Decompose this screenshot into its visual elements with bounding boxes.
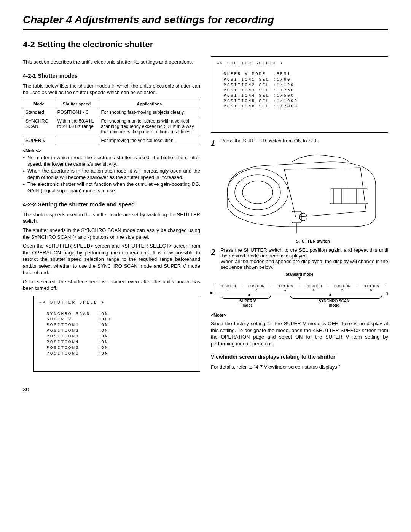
step-number-icon: 1 xyxy=(211,138,219,148)
modes-intro: The table below lists the shutter modes … xyxy=(23,83,200,96)
shutter-modes-table: Mode Shutter speed Applications Standard… xyxy=(23,100,200,145)
menu-line: SUPER V MODE :FRM1 xyxy=(224,72,291,76)
intro-text: This section describes the unit's electr… xyxy=(23,59,200,66)
pos-label: POSITION 4 xyxy=(306,284,322,292)
note-label: <Note> xyxy=(211,313,388,318)
menu-title: →< SHUTTER SPEED > xyxy=(39,300,105,305)
viewfinder-heading: Viewfinder screen displays relating to t… xyxy=(211,354,388,360)
menu-line: POSITION5 :ON xyxy=(46,345,108,350)
menu-line: POSITION3 SEL :1/250 xyxy=(224,88,295,93)
p-422-1: The shutter speeds used in the shutter m… xyxy=(23,211,200,225)
table-row: SUPER V For improving the vertical resol… xyxy=(23,136,200,145)
synchro-mode-label: SYNCHRO SCAN mode ◀ xyxy=(282,296,386,304)
th-app: Applications xyxy=(99,100,200,108)
menu-line: POSITION5 SEL :1/1000 xyxy=(224,99,298,103)
camera-svg xyxy=(211,150,388,238)
cell: For shooting monitor screens with a vert… xyxy=(99,117,200,136)
seq-pos-6: POSITION 6 xyxy=(357,284,386,294)
section-title: 4-2 Setting the electronic shutter xyxy=(23,40,388,50)
left-column: This section describes the unit's electr… xyxy=(23,56,200,375)
th-mode: Mode xyxy=(23,100,55,108)
pos-label: POSITION 1 xyxy=(220,284,236,292)
shutter-switch-label: SHUTTER switch xyxy=(237,239,388,243)
seq-pos-3: POSITION 3→ xyxy=(271,284,299,294)
loop-line-icon: ┐ xyxy=(386,291,389,295)
step-2: 2 Press the SHUTTER switch to the SEL po… xyxy=(211,247,388,270)
menu-line: POSITION1 SEL :1/60 xyxy=(224,77,291,82)
page-number: 30 xyxy=(23,386,388,393)
cell: Standard xyxy=(23,108,55,117)
svg-point-0 xyxy=(227,169,288,216)
camera-illustration xyxy=(211,150,388,238)
step-1: 1 Press the SHUTTER switch from ON to SE… xyxy=(211,138,388,148)
cell: SYNCHRO SCAN xyxy=(23,117,55,136)
shutter-select-menu: →< SHUTTER SELECT > SUPER V MODE :FRM1 P… xyxy=(211,56,388,133)
superv-mode-label: SUPER V mode ◀ xyxy=(213,296,282,304)
chapter-title: Chapter 4 Adjustments and settings for r… xyxy=(23,14,388,26)
step-2a: Press the SHUTTER switch to the SEL posi… xyxy=(221,247,388,259)
right-column: →< SHUTTER SELECT > SUPER V MODE :FRM1 P… xyxy=(211,56,388,375)
arrow-left-icon: ◀ xyxy=(248,293,250,297)
note-item: No matter in which mode the electronic s… xyxy=(23,154,200,168)
notes-label: <Notes> xyxy=(23,148,200,153)
svg-point-2 xyxy=(242,181,273,204)
step-2b: When all the modes and speeds are displa… xyxy=(221,259,388,270)
th-speed: Shutter speed xyxy=(55,100,99,108)
menu-line: SYNCHRO SCAN :ON xyxy=(46,312,108,316)
menu-line: POSITION2 SEL :1/120 xyxy=(224,83,295,87)
cell: SUPER V xyxy=(23,136,55,145)
subheading-shutter-mode-speed: 4-2-2 Setting the shutter mode and speed xyxy=(23,201,200,208)
seq-pos-4: POSITION 4→ xyxy=(299,284,328,294)
seq-pos-1: POSITION 1→ xyxy=(213,284,242,294)
cell: For shooting fast-moving subjects clearl… xyxy=(99,108,200,117)
menu-line: POSITION2 :ON xyxy=(46,328,108,333)
step-number-icon: 2 xyxy=(211,247,219,257)
arrow-down-icon: ▼ xyxy=(211,277,388,279)
arrow-left-icon: ◀ xyxy=(329,293,331,297)
menu-line: POSITION6 :ON xyxy=(46,351,108,356)
cell: For improving the vertical resolution. xyxy=(99,136,200,145)
note-text: Since the factory setting for the SUPER … xyxy=(211,320,388,347)
synchro-text: SYNCHRO SCAN mode xyxy=(319,299,349,307)
menu-title: →< SHUTTER SELECT > xyxy=(217,61,284,66)
svg-point-8 xyxy=(299,213,307,221)
pos-label: POSITION 6 xyxy=(363,284,379,292)
pos-label: POSITION 5 xyxy=(334,284,350,292)
step-2-text: Press the SHUTTER switch to the SEL posi… xyxy=(221,247,388,270)
menu-line: POSITION3 :ON xyxy=(46,334,108,339)
shutter-speed-menu: →< SHUTTER SPEED > SYNCHRO SCAN :ON SUPE… xyxy=(33,296,200,372)
subheading-shutter-modes: 4-2-1 Shutter modes xyxy=(23,72,200,79)
table-row: Standard POSITION1 - 6 For shooting fast… xyxy=(23,108,200,117)
menu-line: POSITION4 SEL :1/500 xyxy=(224,93,295,98)
sequence-diagram: Standard mode ▼ ▶ ┐ POSITION 1→ POSITION… xyxy=(211,272,388,310)
pos-label: POSITION 3 xyxy=(277,284,293,292)
menu-line: POSITION1 :ON xyxy=(46,323,108,327)
note-item: The electronic shutter will not function… xyxy=(23,181,200,194)
cell xyxy=(55,136,99,145)
seq-pos-2: POSITION 2→ xyxy=(242,284,271,294)
step-1-text: Press the SHUTTER switch from ON to SEL. xyxy=(221,138,388,144)
table-row: SYNCHRO SCAN Within the 50.4 Hz to 248.0… xyxy=(23,117,200,136)
menu-line: POSITION6 SEL :1/2000 xyxy=(224,104,298,109)
svg-point-1 xyxy=(235,175,280,210)
p-422-2: The shutter speeds in the SYNCHRO SCAN m… xyxy=(23,227,200,240)
cell: Within the 50.4 Hz to 248.0 Hz range xyxy=(55,117,99,136)
viewfinder-text: For details, refer to "4-7 Viewfinder sc… xyxy=(211,364,388,371)
seq-pos-5: POSITION 5→ xyxy=(328,284,357,294)
superv-text: SUPER V mode xyxy=(239,299,256,307)
pos-label: POSITION 2 xyxy=(248,284,264,292)
menu-line: POSITION4 :ON xyxy=(46,340,108,344)
notes-list: No matter in which mode the electronic s… xyxy=(23,154,200,194)
cell: POSITION1 - 6 xyxy=(55,108,99,117)
p-422-4: Once selected, the shutter speed is reta… xyxy=(23,278,200,292)
menu-line: SUPER V :OFF xyxy=(46,317,112,321)
double-rule xyxy=(23,29,388,31)
note-item: When the aperture is in the automatic mo… xyxy=(23,168,200,181)
arrow-right-icon: ▶ xyxy=(210,291,213,295)
p-422-3: Open the <SHUTTER SPEED> screen and <SHU… xyxy=(23,243,200,276)
